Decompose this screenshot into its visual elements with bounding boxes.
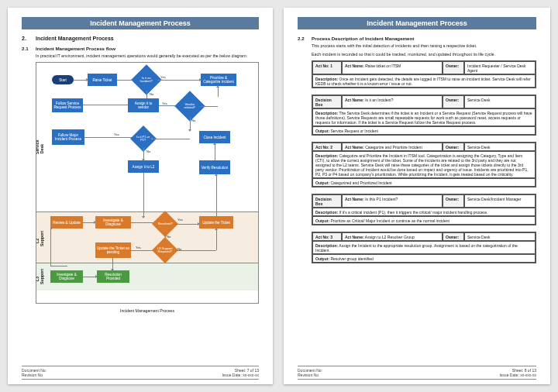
title-bar: Incident Management Process <box>298 17 536 29</box>
lane-label-l2: L2 Support <box>36 236 44 246</box>
title-bar: Incident Management Process <box>22 17 259 29</box>
node-pending: Update the Ticket as pending <box>95 242 131 258</box>
node-close-incident: Close Incident <box>199 131 230 143</box>
heading-2-1: 2.1Incident Management Process flow <box>22 46 259 51</box>
page-footer: Document No:Sheet: 7 of 13 Revision No I… <box>22 366 259 380</box>
table-act-1: Act No: 1 Act Name: Raise ticket on ITSM… <box>312 60 536 88</box>
page-footer: Document No:Sheet: 8 of 13 Revision No I… <box>298 366 536 380</box>
node-update-ticket: Update the Ticket <box>199 216 233 229</box>
intro-2: Each incident is recorded so that it cou… <box>312 52 536 57</box>
flowchart-caption: Incident Management Process <box>36 308 259 313</box>
lane-label-servicedesk: Service Desk <box>36 143 44 154</box>
intro-1: This process starts with the initial det… <box>312 43 536 49</box>
intro-paragraph: In practical IT environment, incident ma… <box>36 53 259 59</box>
lane-label-l3: L3 Support <box>36 273 44 284</box>
node-assign-l2: Assign it to L2 <box>128 160 159 173</box>
node-verify: Verify Resolution <box>199 160 230 174</box>
node-investigate-l2: Investgate & Diagnose <box>95 216 131 229</box>
heading-2-2: 2.2Process Description of Incident Manag… <box>298 36 536 41</box>
table-act-3: Act No: 3 Act Name: Assign to L2 Resolve… <box>312 232 536 263</box>
page-title: Incident Management Process <box>90 19 191 27</box>
node-resolution-provided: Resolution Provided <box>97 270 129 283</box>
node-raise-ticket: Raise Ticket <box>88 74 117 86</box>
page-right: Incident Management Process 2.2Process D… <box>284 8 550 384</box>
node-prioritize: Prioritize & Categorize Incident <box>201 74 236 86</box>
node-start: Start <box>52 75 74 84</box>
heading-2: 2.Incident Management Process <box>22 36 259 41</box>
table-act-2: Act No: 2 Act Name: Categorize and Prior… <box>312 142 536 187</box>
page-title: Incident Management Process <box>367 19 467 27</box>
node-follow-major: Follow Major Incident Process <box>52 129 84 145</box>
flowchart: Service Desk L2 Support L3 Support Start… <box>36 62 259 304</box>
node-follow-sr: Follow Service Request Process <box>52 98 83 112</box>
table-decision-1: Decision Box Act Name: Is it an Incident… <box>312 95 536 136</box>
table-decision-2: Decision Box Act Name: Is this P1 Incide… <box>312 194 536 225</box>
node-investigate-l3: Investgate & Diagnose <box>50 270 83 283</box>
node-review-update: Review & Update <box>50 216 83 229</box>
page-left: Incident Management Process 2.Incident M… <box>8 8 273 384</box>
node-assign-vendor: Assign it to vendor <box>128 98 159 112</box>
